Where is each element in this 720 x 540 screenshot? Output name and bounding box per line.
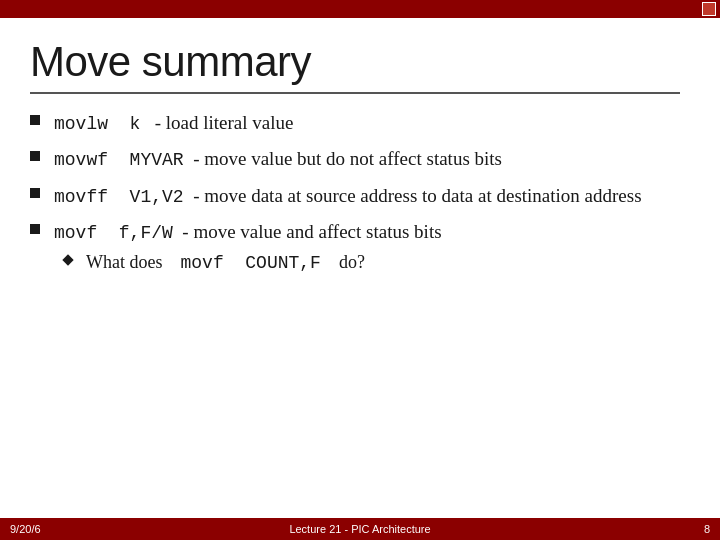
footer-right: 8 bbox=[704, 523, 710, 535]
list-item: movf f,F/W - move value and affect statu… bbox=[30, 219, 680, 276]
list-item: movlw k - load literal value bbox=[30, 110, 680, 136]
list-item: movwf MYVAR - move value but do not affe… bbox=[30, 146, 680, 172]
bullet-text: movlw k - load literal value bbox=[54, 110, 680, 136]
sub-list-item: What does movf COUNT,F do? bbox=[64, 251, 680, 275]
footer-left: 9/20/6 bbox=[10, 523, 41, 535]
list-item: movff V1,V2 - move data at source addres… bbox=[30, 183, 680, 209]
title-divider bbox=[30, 92, 680, 94]
bullet-icon bbox=[30, 151, 40, 161]
bullet-text: movf f,F/W - move value and affect statu… bbox=[54, 219, 680, 276]
bullet-list: movlw k - load literal value movwf MYVAR… bbox=[30, 110, 680, 276]
bullet-icon bbox=[30, 188, 40, 198]
sub-bullet-list: What does movf COUNT,F do? bbox=[64, 251, 680, 275]
bullet-text: movwf MYVAR - move value but do not affe… bbox=[54, 146, 680, 172]
footer-bar: 9/20/6 Lecture 21 - PIC Architecture 8 bbox=[0, 518, 720, 540]
sub-bullet-icon bbox=[62, 255, 73, 266]
slide-title: Move summary bbox=[30, 38, 680, 86]
sub-bullet-text: What does movf COUNT,F do? bbox=[86, 251, 680, 275]
top-bar bbox=[0, 0, 720, 18]
footer-center: Lecture 21 - PIC Architecture bbox=[289, 523, 430, 535]
bullet-text: movff V1,V2 - move data at source addres… bbox=[54, 183, 680, 209]
slide-content: Move summary movlw k - load literal valu… bbox=[0, 18, 720, 540]
bullet-icon bbox=[30, 115, 40, 125]
top-bar-decoration bbox=[702, 2, 716, 16]
bullet-icon bbox=[30, 224, 40, 234]
